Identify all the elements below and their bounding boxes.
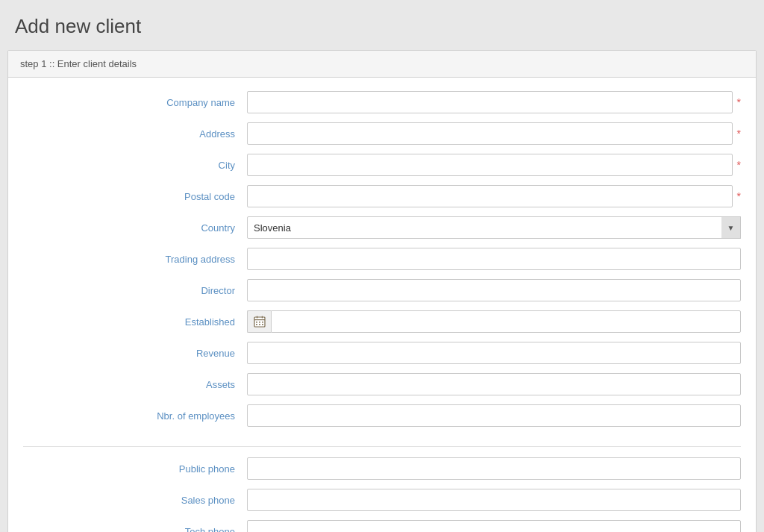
input-wrapper-sales-phone: [247, 489, 741, 511]
calendar-button[interactable]: [247, 310, 271, 333]
label-established: Established: [23, 316, 247, 328]
public-phone-input[interactable]: [247, 457, 741, 480]
label-trading-address: Trading address: [23, 254, 247, 265]
established-date-input[interactable]: [271, 310, 741, 333]
form-row-director: Director: [23, 278, 741, 303]
assets-input[interactable]: [247, 373, 741, 395]
form-row-tech-phone: Tech phone: [23, 519, 741, 532]
input-wrapper-public-phone: [247, 457, 741, 480]
input-wrapper-tech-phone: [247, 520, 741, 532]
form-row-trading-address: Trading address: [23, 246, 741, 272]
nbr-employees-input[interactable]: [247, 404, 741, 427]
label-revenue: Revenue: [23, 348, 247, 359]
form-row-country: Country Slovenia Croatia Austria Italy G…: [23, 215, 741, 240]
revenue-input[interactable]: [247, 342, 741, 364]
label-country: Country: [23, 222, 247, 234]
label-city: City: [23, 160, 247, 171]
country-select-wrapper: Slovenia Croatia Austria Italy Germany F…: [247, 216, 741, 239]
input-wrapper-city: *: [247, 154, 741, 176]
input-wrapper-director: [247, 279, 741, 301]
calendar-icon: [254, 316, 266, 328]
required-star-postal-code: *: [737, 190, 741, 202]
input-wrapper-assets: [247, 373, 741, 395]
required-star-address: *: [737, 128, 741, 140]
director-input[interactable]: [247, 279, 741, 301]
svg-rect-5: [259, 322, 260, 323]
input-wrapper-trading-address: [247, 248, 741, 270]
svg-rect-6: [262, 322, 263, 323]
panel-body: Company name * Address * City: [8, 78, 756, 532]
svg-rect-2: [257, 316, 257, 319]
required-star-city: *: [737, 159, 741, 171]
tech-phone-input[interactable]: [247, 520, 741, 532]
input-wrapper-nbr-employees: [247, 404, 741, 427]
label-tech-phone: Tech phone: [23, 526, 247, 533]
form-row-city: City *: [23, 152, 741, 178]
label-company-name: Company name: [23, 97, 247, 108]
panel-header: step 1 :: Enter client details: [8, 51, 756, 78]
required-star-company-name: *: [737, 96, 741, 108]
label-address: Address: [23, 128, 247, 140]
input-wrapper-revenue: [247, 342, 741, 364]
form-row-address: Address *: [23, 121, 741, 146]
address-input[interactable]: [247, 122, 733, 145]
label-director: Director: [23, 285, 247, 296]
svg-rect-3: [261, 316, 262, 319]
page-container: Add new client step 1 :: Enter client de…: [0, 0, 764, 532]
form-panel: step 1 :: Enter client details Company n…: [7, 50, 757, 532]
label-nbr-employees: Nbr. of employees: [23, 410, 247, 422]
label-public-phone: Public phone: [23, 463, 247, 475]
form-row-assets: Assets: [23, 372, 741, 397]
label-postal-code: Postal code: [23, 191, 247, 202]
label-sales-phone: Sales phone: [23, 495, 247, 506]
postal-code-input[interactable]: [247, 185, 733, 207]
page-title: Add new client: [7, 15, 757, 38]
input-wrapper-address: *: [247, 122, 741, 145]
svg-rect-9: [262, 324, 263, 325]
country-select[interactable]: Slovenia Croatia Austria Italy Germany F…: [247, 216, 741, 239]
form-row-company-name: Company name *: [23, 90, 741, 115]
phone-section: Public phone Sales phone Tech phone: [23, 447, 741, 532]
svg-rect-4: [256, 322, 257, 323]
form-row-established: Established: [23, 309, 741, 334]
input-wrapper-company-name: *: [247, 91, 741, 113]
label-assets: Assets: [23, 379, 247, 390]
required-fields-section: Company name * Address * City: [23, 90, 741, 447]
form-row-revenue: Revenue: [23, 340, 741, 366]
sales-phone-input[interactable]: [247, 489, 741, 511]
form-row-nbr-employees: Nbr. of employees: [23, 403, 741, 428]
form-row-public-phone: Public phone: [23, 456, 741, 481]
trading-address-input[interactable]: [247, 248, 741, 270]
svg-rect-7: [256, 324, 257, 325]
form-row-postal-code: Postal code *: [23, 184, 741, 209]
step-label: step 1 :: Enter client details: [20, 58, 137, 69]
input-wrapper-postal-code: *: [247, 185, 741, 207]
city-input[interactable]: [247, 154, 733, 176]
svg-rect-1: [254, 319, 265, 320]
svg-rect-8: [259, 324, 260, 325]
company-name-input[interactable]: [247, 91, 733, 113]
input-wrapper-established: [247, 310, 741, 333]
form-row-sales-phone: Sales phone: [23, 487, 741, 513]
